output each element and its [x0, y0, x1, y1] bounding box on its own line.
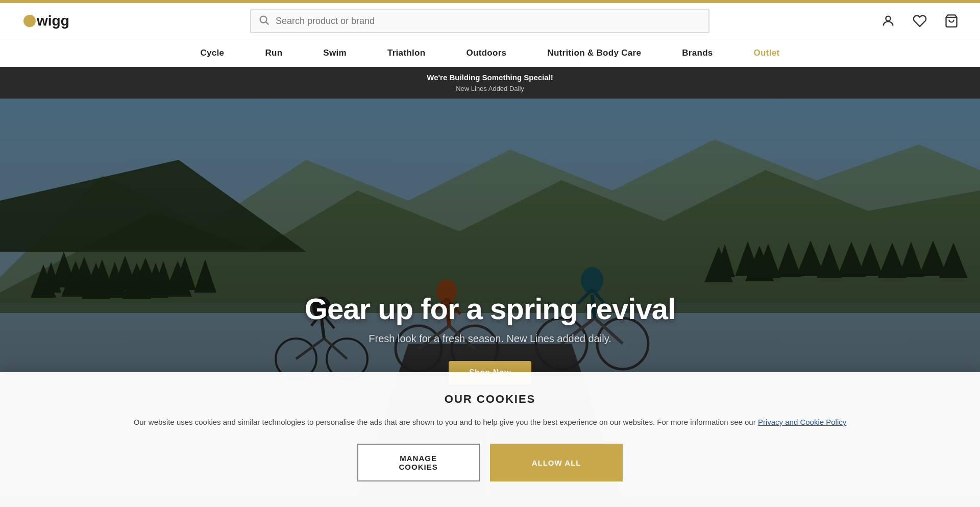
- search-input[interactable]: [250, 9, 709, 33]
- wishlist-icon[interactable]: [912, 13, 928, 29]
- svg-text:wiggle: wiggle: [36, 13, 69, 29]
- promo-main-text: We're Building Something Special!: [0, 72, 980, 84]
- manage-cookies-button[interactable]: MANAGECOOKIES: [357, 444, 480, 481]
- logo[interactable]: wiggle: [20, 9, 82, 33]
- cookie-body: Our website uses cookies and similar tec…: [133, 416, 847, 428]
- nav-item-run[interactable]: Run: [244, 39, 303, 67]
- header: wiggle: [0, 3, 980, 39]
- cookie-banner: OUR COOKIES Our website uses cookies and…: [0, 372, 980, 507]
- hero-content: Gear up for a spring revival Fresh look …: [305, 293, 675, 385]
- nav-item-brands[interactable]: Brands: [662, 39, 733, 67]
- cookie-buttons: MANAGECOOKIES ALLOW ALL: [31, 444, 949, 481]
- search-icon: [258, 14, 270, 28]
- nav-item-triathlon[interactable]: Triathlon: [367, 39, 446, 67]
- cart-icon[interactable]: [943, 13, 960, 29]
- cookie-policy-link[interactable]: Privacy and Cookie Policy: [758, 418, 846, 426]
- wiggle-logo: wiggle: [20, 9, 69, 33]
- cookie-title: OUR COOKIES: [31, 393, 949, 406]
- svg-point-0: [23, 15, 36, 27]
- account-icon[interactable]: [880, 13, 896, 29]
- hero-title: Gear up for a spring revival: [305, 293, 675, 325]
- nav-item-outdoors[interactable]: Outdoors: [446, 39, 527, 67]
- nav-item-swim[interactable]: Swim: [303, 39, 367, 67]
- search-container: [250, 9, 709, 33]
- promo-sub-text: New Lines Added Daily: [0, 84, 980, 94]
- allow-all-button[interactable]: ALLOW ALL: [490, 444, 623, 481]
- promo-banner: We're Building Something Special! New Li…: [0, 67, 980, 99]
- svg-line-3: [266, 22, 268, 25]
- header-actions: [878, 13, 960, 29]
- svg-point-4: [886, 16, 890, 21]
- hero-subtitle: Fresh look for a fresh season. New Lines…: [305, 333, 675, 345]
- nav-item-cycle[interactable]: Cycle: [180, 39, 245, 67]
- main-nav: Cycle Run Swim Triathlon Outdoors Nutrit…: [0, 39, 980, 67]
- nav-item-nutrition[interactable]: Nutrition & Body Care: [527, 39, 662, 67]
- svg-point-2: [260, 16, 267, 23]
- nav-item-outlet[interactable]: Outlet: [733, 39, 800, 67]
